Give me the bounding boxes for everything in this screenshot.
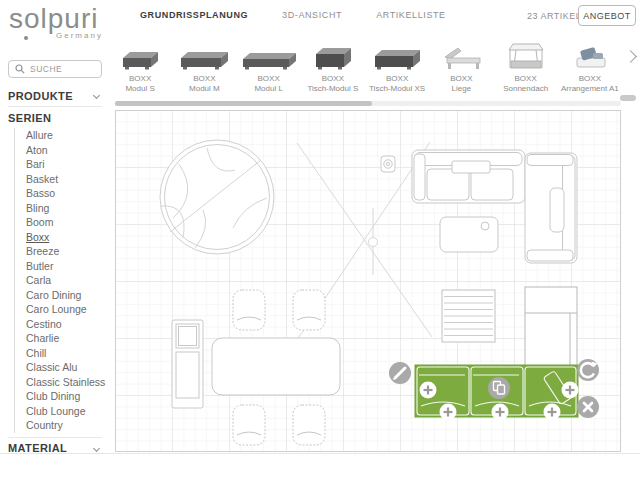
sidebar: PRODUKTE SERIEN AllureAtonBariBasketBass… xyxy=(0,52,110,480)
divider xyxy=(8,437,102,438)
series-item-chill[interactable]: Chill xyxy=(26,346,102,361)
module-l-thumb xyxy=(242,40,296,74)
chevron-down-icon xyxy=(93,92,100,99)
product-variant: Sonnendach xyxy=(503,84,548,94)
carousel-item-modul-s[interactable]: BOXXModul S xyxy=(108,37,172,97)
tab-artikelliste[interactable]: ARTIKELLISTE xyxy=(376,10,446,20)
product-name: BOXX xyxy=(322,74,344,84)
selected-sofa[interactable] xyxy=(389,359,599,421)
lounger-module[interactable] xyxy=(525,287,577,367)
series-list: AllureAtonBariBasketBassoBlingBoomBoxxBr… xyxy=(14,128,102,433)
search-icon xyxy=(15,64,25,74)
serien-label: SERIEN xyxy=(8,112,51,124)
logo-subtitle: Germany xyxy=(56,31,103,40)
series-item-caro-dining[interactable]: Caro Dining xyxy=(26,288,102,303)
article-count: 23 ARTIKEL xyxy=(527,11,581,21)
series-item-butler[interactable]: Butler xyxy=(26,259,102,274)
product-name: BOXX xyxy=(450,74,472,84)
series-item-club-lounge[interactable]: Club Lounge xyxy=(26,404,102,419)
module-m-thumb xyxy=(177,40,231,74)
divider xyxy=(8,106,102,107)
carousel-next-icon[interactable] xyxy=(624,50,637,63)
product-variant: Modul L xyxy=(254,84,282,94)
vertical-scrollbar-thumb[interactable] xyxy=(620,95,636,101)
product-name: BOXX xyxy=(386,74,408,84)
produkte-label: PRODUKTE xyxy=(8,90,73,102)
series-item-classic-stainless[interactable]: Classic Stainless xyxy=(26,375,102,390)
tisch-modul-xs-thumb xyxy=(370,40,424,74)
chair[interactable] xyxy=(293,405,325,445)
carousel-item-sonnendach[interactable]: BOXXSonnendach xyxy=(494,37,558,97)
series-item-club-dining[interactable]: Club Dining xyxy=(26,389,102,404)
product-name: BOXX xyxy=(193,74,215,84)
module-s-thumb xyxy=(113,40,167,74)
main-tabs: GRUNDRISSPLANUNG3D-ANSICHTARTIKELLISTE xyxy=(140,10,446,20)
sofa-vertical[interactable] xyxy=(525,153,577,263)
series-item-breeze[interactable]: Breeze xyxy=(26,244,102,259)
series-item-country[interactable]: Country xyxy=(26,418,102,433)
chair[interactable] xyxy=(233,290,265,330)
product-carousel: BOXXModul SBOXXModul MBOXXModul LBOXXTis… xyxy=(108,37,622,97)
series-item-basket[interactable]: Basket xyxy=(26,172,102,187)
tab-grundrissplanung[interactable]: GRUNDRISSPLANUNG xyxy=(140,10,248,20)
arrangement-thumb xyxy=(563,40,617,74)
tisch-modul-s-thumb xyxy=(306,40,360,74)
series-item-boom[interactable]: Boom xyxy=(26,215,102,230)
add-module-plus-button[interactable] xyxy=(440,404,457,421)
add-module-plus-button[interactable] xyxy=(492,404,509,421)
rotate-button[interactable] xyxy=(577,359,599,381)
floor-planner-app: solpuri Germany GRUNDRISSPLANUNG3D-ANSIC… xyxy=(0,0,640,480)
series-item-basso[interactable]: Basso xyxy=(26,186,102,201)
horizontal-scrollbar-thumb[interactable] xyxy=(115,101,372,106)
angebot-button[interactable]: ANGEBOT xyxy=(578,5,636,26)
carousel-item-modul-l[interactable]: BOXXModul L xyxy=(237,37,301,97)
product-variant: Liege xyxy=(452,84,472,94)
sidebar-section-produkte[interactable]: PRODUKTE xyxy=(8,89,102,102)
sonnendach-thumb xyxy=(499,40,553,74)
horizontal-scrollbar[interactable] xyxy=(115,101,621,106)
tab-3d-ansicht[interactable]: 3D-ANSICHT xyxy=(282,10,342,20)
series-item-classic-alu[interactable]: Classic Alu xyxy=(26,360,102,375)
add-module-plus-button[interactable] xyxy=(562,382,579,399)
carousel-item-arrangement-a1[interactable]: BOXXArrangement A1 xyxy=(558,37,622,97)
floorplan-canvas[interactable] xyxy=(115,110,621,452)
product-variant: Modul S xyxy=(125,84,154,94)
series-item-aton[interactable]: Aton xyxy=(26,143,102,158)
carousel-item-liege[interactable]: BOXXLiege xyxy=(429,37,493,97)
search-box[interactable] xyxy=(8,60,102,78)
sofa-horizontal[interactable] xyxy=(412,150,525,203)
product-name: BOXX xyxy=(129,74,151,84)
series-item-boxx[interactable]: Boxx xyxy=(26,230,102,245)
duplicate-button[interactable] xyxy=(488,377,510,399)
liege-thumb xyxy=(434,40,488,74)
slatted-lounger[interactable] xyxy=(442,290,495,342)
series-item-allure[interactable]: Allure xyxy=(26,128,102,143)
delete-x-button[interactable] xyxy=(577,396,599,418)
coffee-table[interactable] xyxy=(440,217,498,252)
product-variant: Tisch-Modul S xyxy=(307,84,358,94)
product-variant: Tisch-Modul XS xyxy=(369,84,425,94)
add-module-plus-button[interactable] xyxy=(420,382,437,399)
chair[interactable] xyxy=(233,405,265,445)
carousel-item-tisch-modul-xs[interactable]: BOXXTisch-Modul XS xyxy=(365,37,429,97)
carousel-item-tisch-modul-s[interactable]: BOXXTisch-Modul S xyxy=(301,37,365,97)
series-item-bling[interactable]: Bling xyxy=(26,201,102,216)
bottom-toolbar: 9,00 x 6,00 M + − xyxy=(0,453,640,480)
dining-table[interactable] xyxy=(212,338,340,395)
add-module-plus-button[interactable] xyxy=(544,404,561,421)
series-item-caro-lounge[interactable]: Caro Lounge xyxy=(26,302,102,317)
wall-lamp[interactable] xyxy=(381,156,395,172)
series-item-bari[interactable]: Bari xyxy=(26,157,102,172)
chair[interactable] xyxy=(293,290,325,330)
carousel-item-modul-m[interactable]: BOXXModul M xyxy=(172,37,236,97)
sidebar-section-serien[interactable]: SERIEN xyxy=(8,111,102,124)
series-item-cestino[interactable]: Cestino xyxy=(26,317,102,332)
series-item-charlie[interactable]: Charlie xyxy=(26,331,102,346)
product-name: BOXX xyxy=(579,74,601,84)
series-item-carla[interactable]: Carla xyxy=(26,273,102,288)
plant-circle[interactable] xyxy=(160,140,274,254)
product-name: BOXX xyxy=(258,74,280,84)
serving-trolley[interactable] xyxy=(172,320,203,408)
edit-pencil-button[interactable] xyxy=(389,362,411,384)
search-input[interactable] xyxy=(30,64,90,74)
